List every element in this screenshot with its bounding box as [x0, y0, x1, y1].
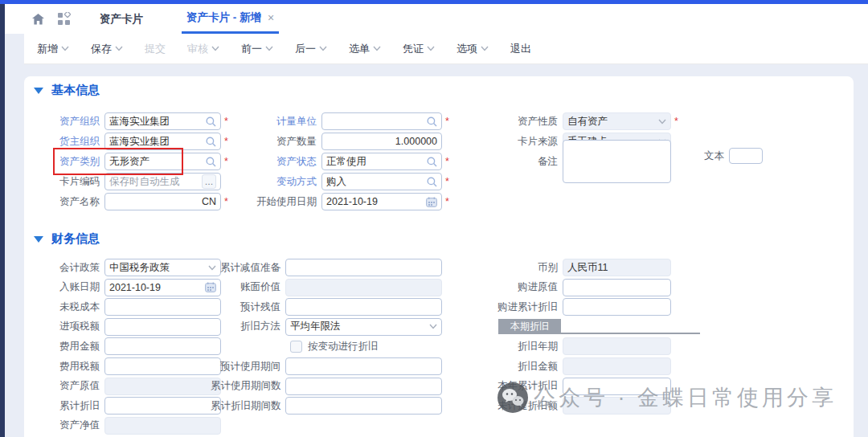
asset-category-label[interactable]: 资产类别: [31, 155, 104, 169]
field-row-undepreciated-amount: 未计提折旧额: [489, 397, 671, 415]
residual-value-label: 预计残值: [211, 300, 285, 314]
used-period-count-input[interactable]: [285, 378, 442, 395]
magnifier-icon[interactable]: [427, 116, 437, 127]
asset-net-value-input: [104, 417, 221, 435]
asset-status-label[interactable]: 资产状态: [249, 155, 321, 169]
required-asterisk: *: [224, 116, 228, 127]
chevron-down-icon: [658, 119, 666, 125]
purchase-accum-dep-input[interactable]: [563, 298, 671, 316]
untaxed-cost-input[interactable]: [104, 298, 221, 316]
field-row-untaxed-cost: 未税成本: [31, 298, 221, 316]
expense-amount-label: 费用金额: [31, 340, 104, 353]
currency-label: 币别: [489, 261, 563, 275]
checkbox-label: 按变动进行折旧: [308, 340, 379, 353]
field-row-current-depreciation-tab: 本期折旧: [489, 318, 700, 336]
toolbar-button-save[interactable]: 保存: [91, 42, 123, 56]
start-use-date-input[interactable]: 2021-10-19: [321, 193, 442, 210]
asset-quantity-input[interactable]: 1.000000: [321, 133, 442, 150]
measure-unit-input[interactable]: [321, 112, 442, 130]
tab-asset-card-new[interactable]: 资产卡片 - 新增×: [182, 4, 279, 34]
required-asterisk: *: [224, 156, 228, 167]
field-row-ytd-depreciation: 本年累计折旧: [489, 378, 671, 395]
asset-org-input[interactable]: 蓝海实业集团: [104, 112, 221, 130]
expense-amount-input[interactable]: [104, 337, 221, 355]
expense-tax-input[interactable]: [104, 357, 221, 375]
app-menu-icon[interactable]: [55, 10, 72, 28]
asset-org-value: 蓝海实业集团: [109, 115, 203, 129]
book-value-input: [285, 279, 442, 296]
field-row-expense-tax: 费用税额: [31, 357, 221, 375]
book-value-label: 账面价值: [211, 280, 285, 294]
asset-category-input[interactable]: 无形资产: [104, 153, 221, 170]
toolbar-button-exit[interactable]: 退出: [510, 42, 531, 56]
asset-nature-label: 资产性质: [489, 115, 563, 129]
toolbar-button-pick-list[interactable]: 选单: [349, 42, 381, 56]
accum-depreciation-input[interactable]: [104, 397, 221, 415]
toolbar-button-add[interactable]: 新增: [37, 42, 69, 56]
currency-value: 人民币11: [567, 261, 666, 275]
checkbox-depreciate-on-change[interactable]: [290, 341, 302, 353]
magnifier-icon[interactable]: [206, 116, 216, 127]
undepreciated-amount-input: [563, 397, 671, 415]
required-asterisk: *: [445, 196, 449, 207]
residual-value-input[interactable]: [285, 298, 442, 316]
purchase-original-value-input[interactable]: [563, 279, 671, 296]
tab-close-icon[interactable]: ×: [268, 11, 274, 24]
toolbar-button-voucher[interactable]: 凭证: [403, 42, 435, 56]
calendar-icon[interactable]: [426, 197, 437, 207]
asset-quantity-value: 1.000000: [326, 136, 437, 147]
magnifier-icon[interactable]: [427, 177, 437, 187]
magnifier-icon[interactable]: [206, 137, 216, 147]
remark-textarea[interactable]: [563, 140, 671, 183]
toolbar-button-audit: 审核: [187, 42, 219, 56]
depreciation-method-label: 折旧方法: [211, 320, 285, 333]
expected-periods-input[interactable]: [285, 357, 442, 375]
chevron-down-icon: [61, 46, 69, 51]
purchase-accum-dep-label: 购进累计折旧: [489, 300, 563, 314]
purchase-original-value-label: 购进原值: [489, 280, 563, 294]
toolbar-button-prev[interactable]: 前一: [241, 42, 273, 56]
booking-date-input[interactable]: 2021-10-19: [104, 279, 221, 296]
tab-label: 资产卡片 - 新增: [186, 10, 261, 25]
currency-input: 人民币11: [563, 259, 671, 276]
accounting-policy-select[interactable]: 中国税务政策: [104, 259, 221, 276]
chevron-down-icon[interactable]: [429, 324, 437, 329]
home-icon[interactable]: [29, 10, 47, 28]
change-mode-input[interactable]: 购入: [321, 173, 442, 190]
ellipsis-button[interactable]: …: [202, 174, 216, 189]
section-header-basic[interactable]: 基本信息: [34, 83, 100, 98]
owner-org-label[interactable]: 货主组织: [31, 135, 104, 149]
asset-original-value-input: [104, 378, 221, 395]
card-code-input[interactable]: 保存时自动生成…: [104, 173, 221, 190]
subtab-current-depreciation-tab[interactable]: 本期折旧: [498, 319, 561, 334]
field-row-asset-nature: 资产性质自有资产*: [489, 112, 678, 130]
field-row-measure-unit: 计量单位*: [249, 112, 449, 130]
field-row-booking-date: 入账日期2021-10-19: [31, 279, 221, 296]
asset-org-label[interactable]: 资产组织: [31, 115, 104, 129]
asset-status-input[interactable]: 正常使用: [321, 153, 442, 170]
measure-unit-label[interactable]: 计量单位: [249, 115, 321, 129]
impairment-reserve-input[interactable]: [285, 259, 442, 276]
tab-asset-card[interactable]: 资产卡片: [95, 4, 148, 34]
toolbar-button-options[interactable]: 选项: [457, 42, 489, 56]
ytd-depreciation-label: 本年累计折旧: [489, 379, 563, 393]
change-mode-label[interactable]: 变动方式: [249, 175, 321, 189]
input-tax-input[interactable]: [104, 318, 221, 336]
toolbar-button-next[interactable]: 后一: [295, 42, 327, 56]
owner-org-input[interactable]: 蓝海实业集团: [104, 133, 221, 150]
section-header-finance[interactable]: 财务信息: [34, 231, 100, 247]
asset-name-input[interactable]: CN: [104, 193, 221, 210]
toolbar-button-label: 选项: [457, 42, 477, 56]
toolbar-button-label: 保存: [91, 42, 112, 56]
text-extra-input[interactable]: [729, 148, 763, 164]
card-code-label: 卡片编码: [31, 175, 104, 189]
depreciated-period-count-input[interactable]: [285, 397, 442, 415]
depreciation-method-select[interactable]: 平均年限法: [285, 318, 442, 336]
magnifier-icon[interactable]: [427, 157, 437, 167]
field-row-depreciated-period-count: 累计折旧期间数: [211, 397, 442, 415]
toolbar-button-label: 提交: [145, 42, 166, 56]
card-code-value: 保存时自动生成: [109, 175, 202, 189]
subtab-underline: [561, 319, 700, 334]
magnifier-icon[interactable]: [206, 157, 216, 167]
ytd-depreciation-input[interactable]: [563, 378, 671, 395]
